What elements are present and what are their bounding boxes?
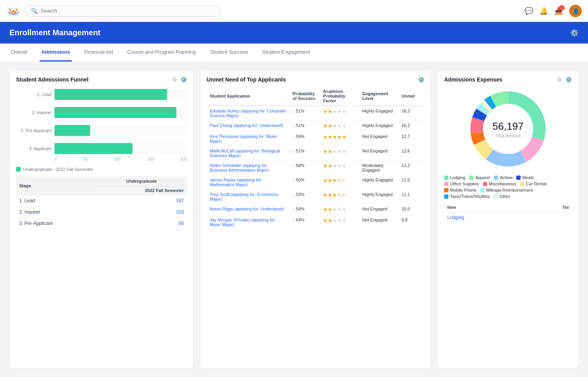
engagement-level: Highly Engaged: [359, 121, 398, 132]
inbox-icon[interactable]: 📥 2: [554, 7, 563, 15]
bar-fill-lead: [54, 89, 167, 100]
funnel-table-stage-header: Stage: [16, 176, 96, 195]
bar-row-pre-applicant: 3. Pre-Applicant: [16, 125, 187, 136]
expense-item-total: [526, 212, 572, 223]
stage-value: 60: [96, 218, 187, 229]
bar-label-inquirer: 2. Inquirer: [16, 110, 51, 115]
tab-admissions[interactable]: Admissions: [40, 44, 72, 62]
stage-value: 203: [96, 207, 187, 218]
funnel-legend: Undergraduate - 2022 Fall Semester: [16, 167, 187, 172]
funnel-table-semester-header: 2022 Fall Semester: [96, 186, 187, 195]
col-prob-success: Probability of Success: [289, 87, 320, 106]
tab-overall[interactable]: Overall: [9, 44, 29, 62]
donut-center-text: 56,197 Total Amount: [492, 120, 524, 138]
prob-success: ↓ 53%: [289, 190, 320, 204]
page-title: Enrollment Management: [9, 28, 100, 37]
legend-taxis: Taxis/Trains/Shuttles: [444, 194, 490, 199]
expense-table: Item Tot Lodging: [444, 203, 572, 223]
settings-icon-expenses[interactable]: ⚙️: [565, 76, 572, 83]
tabs-bar: Overall Admissions Financial Aid Course …: [0, 44, 588, 62]
search-input[interactable]: [41, 8, 215, 14]
avatar[interactable]: 👤: [569, 5, 582, 17]
prob-success: ↓ 54%: [289, 215, 320, 230]
bar-row-inquirer: 2. Inquirer: [16, 107, 187, 118]
filter-icon[interactable]: ⚙: [172, 76, 177, 83]
academic-prob: ★★★★★: [320, 146, 359, 161]
unmet-table-row: Paul Chang (applying for: Undeclared) ↓ …: [207, 121, 425, 132]
tab-course-planning[interactable]: Course and Program Planning: [126, 44, 198, 62]
legend-other: Other: [494, 194, 510, 199]
unmet-value: 9,8: [398, 215, 425, 230]
unmet-value: 16,2: [398, 121, 425, 132]
settings-icon[interactable]: ⚙️: [570, 29, 579, 37]
student-name[interactable]: Tony Scott (applying for: Economics Majo…: [207, 190, 289, 204]
bar-fill-inquirer: [54, 107, 176, 118]
stage-label: 1. Lead: [16, 195, 96, 207]
expense-col-item: Item: [444, 203, 526, 212]
unmet-table-row: Kira Thompson (applying for: Music Major…: [207, 132, 425, 146]
bar-fill-pre-applicant: [54, 125, 90, 136]
expense-row-lodging: Lodging: [444, 212, 572, 223]
stage-value: 187: [96, 195, 187, 207]
prob-success: ↓ 58%: [289, 161, 320, 175]
legend-lodging: Lodging: [444, 175, 465, 180]
expense-legend: Lodging Apparel Airfare Meals Office Sup…: [444, 175, 572, 199]
funnel-table-undergraduate-header: Undergraduate: [96, 176, 187, 186]
legend-mileage: Mileage Reimbursement: [480, 188, 533, 192]
settings-icon-unmet[interactable]: ⚙️: [418, 76, 425, 83]
unmet-value: 12,2: [398, 161, 425, 175]
engagement-level: Not Engaged: [359, 132, 398, 146]
settings-icon-funnel[interactable]: ⚙️: [180, 76, 187, 83]
student-name[interactable]: Malik McCall (applying for: Biological S…: [207, 146, 289, 161]
search-box[interactable]: 🔍: [25, 5, 221, 17]
student-name[interactable]: James Pastor (applying for: Mathematics …: [207, 175, 289, 190]
unmet-table-wrapper: Student Application Probability of Succe…: [207, 87, 425, 230]
engagement-level: Not Engaged: [359, 215, 398, 230]
tab-student-engagement[interactable]: Student Engagement: [261, 44, 312, 62]
unmet-table-row: James Pastor (applying for: Mathematics …: [207, 175, 425, 190]
table-row: 1. Lead 187: [16, 195, 187, 207]
tab-financial-aid[interactable]: Financial Aid: [83, 44, 115, 62]
academic-prob: ★★★½★: [320, 175, 359, 190]
student-name[interactable]: Adam Schneider (applying for: Business A…: [207, 161, 289, 175]
legend-label: Undergraduate - 2022 Fall Semester: [23, 167, 93, 172]
academic-prob: ★★★½★: [320, 190, 359, 204]
prob-success: ↓ 51%: [289, 146, 320, 161]
student-name[interactable]: Paul Chang (applying for: Undeclared): [207, 121, 289, 132]
bar-label-pre-applicant: 3. Pre-Applicant: [16, 128, 51, 133]
student-name[interactable]: Eduardo Nuñez (applying for: Computer Sc…: [207, 106, 289, 121]
filter-icon-expenses[interactable]: ⚙: [557, 76, 562, 83]
legend-apparel: Apparel: [469, 175, 490, 180]
unmet-value: 11,5: [398, 175, 425, 190]
page-header: Enrollment Management ⚙️: [0, 22, 588, 44]
engagement-level: Highly Engaged: [359, 106, 398, 121]
unmet-title: Unmet Need of Top Applicants: [207, 76, 286, 83]
expense-item-name: Lodging: [444, 212, 526, 223]
unmet-value: 12,6: [398, 146, 425, 161]
unmet-table-row: Adam Schneider (applying for: Business A…: [207, 161, 425, 175]
bar-label-applicant: 4. Applicant: [16, 146, 51, 151]
col-student-app: Student Application: [207, 87, 289, 106]
legend-color-dot: [16, 167, 21, 172]
bar-row-lead: 1. Lead: [16, 89, 187, 100]
x-axis: 0 50 100 150 200: [16, 157, 187, 161]
search-icon: 🔍: [31, 8, 38, 14]
funnel-card-header: Student Admissions Funnel ⚙ ⚙️: [16, 76, 187, 83]
chat-icon[interactable]: 💬: [524, 7, 533, 15]
nav-icons: 💬 🔔 📥 2 👤: [524, 5, 582, 17]
prob-success: ↓ 59%: [289, 132, 320, 146]
student-name[interactable]: Kira Thompson (applying for: Music Major…: [207, 132, 289, 146]
student-name[interactable]: Anton Riggs (applying for: Undeclared): [207, 204, 289, 215]
funnel-chart: 1. Lead 2. Inquirer 3. Pre-Applicant: [16, 86, 187, 163]
student-name[interactable]: Jay Morgan (Private) (applying for: Musi…: [207, 215, 289, 230]
logo: [6, 4, 20, 18]
academic-prob: ★★★★★: [320, 106, 359, 121]
engagement-level: Moderately Engaged: [359, 161, 398, 175]
col-unmet: Unmet: [398, 87, 425, 106]
bar-fill-applicant: [54, 143, 132, 154]
tab-student-success[interactable]: Student Success: [208, 44, 250, 62]
legend-mobile-phone: Mobile Phone: [444, 188, 476, 192]
academic-prob: ★★★★★: [320, 215, 359, 230]
expenses-card-header: Admissions Expenses ⚙ ⚙️: [444, 76, 572, 83]
notification-icon[interactable]: 🔔: [539, 7, 548, 15]
